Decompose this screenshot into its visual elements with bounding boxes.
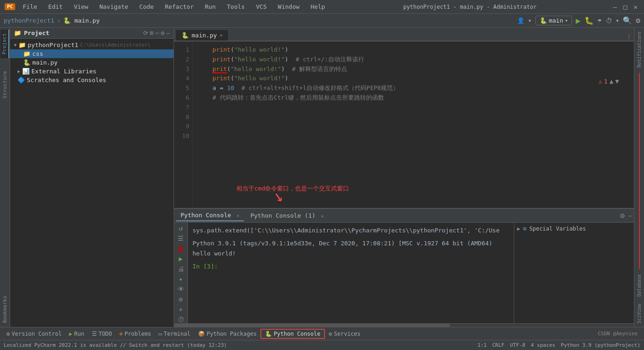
console-minimize-icon[interactable]: —	[628, 212, 632, 219]
packages-icon: 📦	[198, 331, 205, 337]
menu-window[interactable]: Window	[274, 2, 303, 11]
tab-options-icon[interactable]: ⋮	[626, 33, 632, 40]
scroll-up-icon[interactable]: ▲	[609, 77, 613, 85]
clock-icon[interactable]: ⏱	[178, 316, 184, 323]
menu-run[interactable]: Run	[201, 2, 219, 11]
breadcrumb-file[interactable]: 🐍 main.py	[63, 17, 100, 24]
profile-button[interactable]: ⏱	[606, 17, 612, 24]
sciview-panel-button[interactable]: SciView	[636, 300, 643, 327]
menu-view[interactable]: View	[70, 2, 92, 11]
sync-icon[interactable]: ⟳	[143, 30, 148, 36]
settings2-icon[interactable]: ⚙	[179, 296, 182, 303]
maximize-button[interactable]: □	[621, 3, 629, 11]
console-tab-close-icon[interactable]: ✕	[236, 213, 239, 218]
minimize-panel-icon[interactable]: —	[166, 30, 170, 36]
console-tab-python[interactable]: Python Console ✕	[176, 210, 244, 221]
line-ending[interactable]: CRLF	[492, 342, 505, 348]
menu-file[interactable]: File	[19, 2, 41, 11]
bottom-area: Python Console ✕ Python Console (1) ✕ ⚙ …	[174, 208, 634, 327]
stop-icon[interactable]: ■	[179, 245, 182, 252]
minimize-button[interactable]: —	[611, 3, 619, 11]
console-version-line: Python 3.9.1 (tags/v3.9.1:1e5d33e, Dec 7…	[193, 238, 506, 249]
run-config-dropdown[interactable]: 🐍 main ▾	[536, 16, 572, 25]
tree-item-mainpy[interactable]: 🐍 main.py	[10, 58, 174, 67]
menu-code[interactable]: Code	[136, 2, 157, 11]
toolbar-python-console[interactable]: 🐍 Python Console	[260, 329, 325, 339]
run-button[interactable]: ▶	[576, 16, 581, 25]
nav-bar: pythonProject1 › 🐍 main.py 👤 ▾ 🐍 main ▾ …	[0, 14, 644, 28]
eye-icon[interactable]: 👁	[178, 285, 184, 293]
menu-tools[interactable]: Tools	[223, 2, 248, 11]
code-content[interactable]: print("hello world!") print("hello world…	[193, 42, 634, 208]
add-icon[interactable]: +	[179, 306, 182, 313]
vcs-icon: ⚙	[6, 331, 10, 337]
encoding[interactable]: UTF-8	[510, 342, 525, 348]
python-version[interactable]: Python 3.9 (pythonProject)	[561, 342, 640, 348]
toolbar-problems[interactable]: ⊕ Problems	[115, 330, 155, 338]
toolbar-run[interactable]: ▶ Run	[66, 330, 88, 338]
collapse-icon[interactable]: ⊞	[150, 30, 154, 36]
search-everywhere-button[interactable]: 🔍	[623, 16, 632, 25]
database-panel-button[interactable]: Database	[636, 271, 643, 300]
menu-edit[interactable]: Edit	[45, 2, 66, 11]
hide-icon[interactable]: ⋯	[156, 30, 159, 36]
close-button[interactable]: ✕	[632, 3, 639, 11]
breadcrumb-project[interactable]: pythonProject1	[4, 17, 54, 24]
console-tab-python-1[interactable]: Python Console (1) ✕	[246, 210, 328, 221]
settings-icon[interactable]: ⚙	[161, 30, 164, 36]
tab-close-icon[interactable]: ✕	[220, 32, 223, 38]
console-text-area[interactable]: sys.path.extend(['C:\\Users\\Administrat…	[188, 223, 510, 323]
expand-icon[interactable]: ▶	[517, 225, 520, 232]
toolbar-services[interactable]: ⚙ Services	[325, 330, 364, 338]
console-settings-icon[interactable]: ⚙	[620, 211, 625, 220]
toolbar-python-packages[interactable]: 📦 Python Packages	[194, 330, 260, 338]
star-icon[interactable]: ✦	[179, 275, 182, 283]
console-scrollbar[interactable]	[510, 223, 514, 323]
tree-item-css[interactable]: 📁 css	[10, 49, 174, 58]
notifications-panel-button[interactable]: Notifications	[636, 28, 643, 71]
title-bar: PC File Edit View Navigate Code Refactor…	[0, 0, 644, 14]
console-run-icon[interactable]: ▶	[179, 255, 182, 262]
sidebar-icons: Project Structure Bookmarks	[0, 28, 10, 327]
debug-button[interactable]: 🐛	[584, 16, 594, 25]
right-side-strip: Notifications Database SciView	[634, 28, 644, 327]
file-tree: ▼ 📁 pythonProject1 C:\Users\Administrato…	[10, 39, 174, 327]
scroll-down-icon[interactable]: ▼	[615, 77, 619, 85]
coverage-button[interactable]: ☂	[597, 16, 602, 25]
toolbar-version-control[interactable]: ⚙ Version Control	[3, 330, 66, 338]
rerun-icon[interactable]: ↺	[179, 225, 182, 232]
status-bar: Localized PyCharm 2022.1 is available //…	[0, 340, 644, 350]
bookmarks-tool-button[interactable]: Bookmarks	[1, 292, 9, 327]
scratch-icon: 🔷	[18, 77, 25, 83]
services-icon: ⚙	[329, 331, 332, 337]
code-editor[interactable]: 1 2 3 4 5 6 7 8 9 10 print("hello world!…	[174, 42, 634, 208]
lib-icon: 📊	[22, 68, 30, 75]
print-icon[interactable]: 🖨	[178, 265, 184, 273]
structure-tool-button[interactable]: Structure	[1, 67, 9, 102]
more-run-options[interactable]: ▾	[616, 17, 620, 24]
todo-icon: ☰	[92, 331, 97, 337]
list-icon[interactable]: ☰	[178, 235, 184, 242]
console-tab-1-close-icon[interactable]: ✕	[321, 214, 324, 219]
project-tool-button[interactable]: Project	[0, 30, 9, 58]
folder-icon: 📁	[23, 50, 30, 57]
tree-item-scratches[interactable]: 🔷 Scratches and Consoles	[10, 76, 174, 84]
code-line-2: print("hello world!") # ctrl+/:自动注释该行	[198, 55, 628, 65]
tab-bar: 🐍 main.py ✕ ⋮	[174, 28, 634, 42]
tree-item-root[interactable]: ▼ 📁 pythonProject1 C:\Users\Administrato…	[10, 41, 174, 49]
csdn-label: CSDN @Amyniee	[594, 331, 641, 337]
editor-tab-mainpy[interactable]: 🐍 main.py ✕	[176, 30, 228, 41]
tree-item-external-libs[interactable]: ▶ 📊 External Libraries	[10, 67, 174, 76]
toolbar-terminal[interactable]: ▭ Terminal	[155, 330, 194, 338]
console-prompt[interactable]: In [3]:	[193, 261, 506, 272]
toolbar-todo[interactable]: ☰ TODO	[88, 330, 116, 338]
console-horizontal-scrollbar[interactable]	[174, 323, 634, 327]
user-icon[interactable]: 👤 ▾	[517, 17, 532, 24]
menu-help[interactable]: Help	[307, 2, 329, 11]
menu-vcs[interactable]: VCS	[252, 2, 270, 11]
menu-refactor[interactable]: Refactor	[161, 2, 198, 11]
settings-button[interactable]: ⚙	[636, 16, 640, 25]
indent[interactable]: 4 spaces	[531, 342, 555, 348]
menu-navigate[interactable]: Navigate	[96, 2, 132, 11]
py-file-icon: 🐍	[23, 59, 30, 66]
